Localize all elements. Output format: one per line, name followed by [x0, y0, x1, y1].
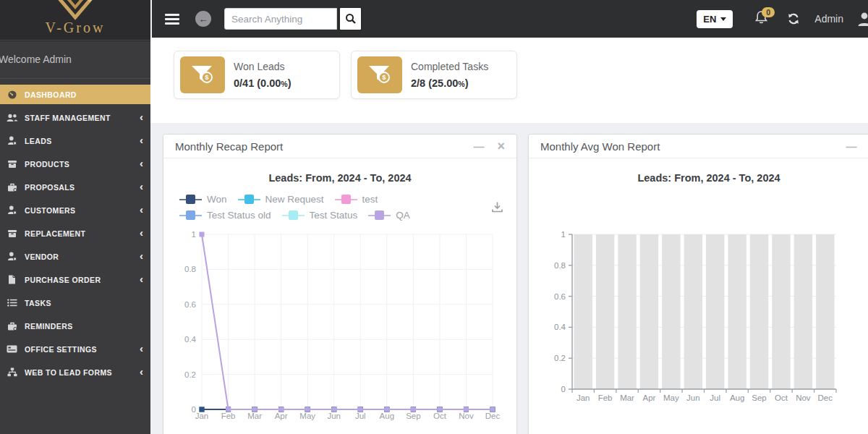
- funnel-dollar-icon: $: [180, 56, 225, 93]
- search-form: [224, 7, 362, 31]
- svg-text:0.8: 0.8: [184, 265, 196, 273]
- svg-text:Jun: Jun: [327, 412, 341, 420]
- sidebar: V-Grow Welcome Admin DASHBOARD ‹ STAFF M…: [0, 0, 150, 434]
- svg-text:0: 0: [561, 385, 566, 393]
- legend-test-status-old[interactable]: Test Status old: [179, 210, 271, 221]
- box-icon: [6, 159, 18, 169]
- sidebar-menu: DASHBOARD ‹ STAFF MANAGEMENT ‹ LEADS ‹ P…: [0, 85, 150, 382]
- sidebar-item-office-settings[interactable]: OFFICE SETTINGS ‹: [0, 339, 150, 359]
- chevron-left-icon: ‹: [140, 227, 143, 238]
- svg-text:Oct: Oct: [775, 393, 788, 402]
- funnel-dollar-icon: $: [357, 56, 402, 93]
- bar-chart: 00.20.40.60.81JanFebMarAprMayJunJulAugSe…: [529, 221, 868, 417]
- logo-v-icon: [44, 0, 106, 22]
- legend-qa[interactable]: QA: [368, 210, 410, 221]
- menu-toggle-icon[interactable]: [165, 12, 179, 27]
- chevron-left-icon: ‹: [140, 343, 143, 354]
- close-icon[interactable]: ×: [497, 140, 505, 153]
- chevron-left-icon: ‹: [140, 204, 143, 215]
- sidebar-item-reminders[interactable]: REMINDERS ‹: [0, 316, 150, 336]
- notifications-button[interactable]: 0: [754, 10, 768, 27]
- chevron-down-icon: [720, 17, 726, 21]
- briefcase-icon: [6, 182, 18, 192]
- legend-new-request[interactable]: New Request: [238, 194, 324, 205]
- svg-text:$: $: [382, 73, 386, 81]
- svg-text:0.8: 0.8: [554, 261, 566, 270]
- monthly-recap-panel: Monthly Recap Report — × Leads: From, 20…: [163, 134, 517, 434]
- completed-tasks-card[interactable]: $ Completed Tasks 2/8 (25.00%): [351, 51, 517, 99]
- card-title: Won Leads: [234, 61, 292, 72]
- gauge-icon: [6, 90, 18, 99]
- chevron-left-icon: ‹: [140, 273, 143, 284]
- chevron-left-icon: ‹: [140, 111, 143, 122]
- back-arrow-icon[interactable]: ←: [195, 11, 211, 27]
- search-input[interactable]: [224, 8, 337, 30]
- won-leads-card[interactable]: $ Won Leads 0/41 (0.00%): [174, 51, 340, 99]
- download-icon[interactable]: [491, 201, 503, 216]
- box-icon: [6, 229, 18, 238]
- svg-text:Jun: Jun: [686, 393, 700, 402]
- user-icon[interactable]: [856, 11, 868, 27]
- card-value: 2/8 (25.00%): [411, 77, 488, 89]
- notification-badge: 0: [762, 7, 775, 17]
- topbar: ← EN 0 Ad: [152, 0, 868, 38]
- sidebar-item-products[interactable]: PRODUCTS ‹: [0, 154, 150, 174]
- sidebar-item-replacement[interactable]: REPLACEMENT ‹: [0, 224, 150, 243]
- chevron-left-icon: ‹: [140, 158, 143, 169]
- chart-title: Leads: From, 2024 - To, 2024: [529, 172, 868, 184]
- monthly-avg-won-panel: Monthly Avg Won Report — × Leads: From, …: [528, 134, 868, 434]
- sidebar-item-vendor[interactable]: VENDOR ‹: [0, 247, 150, 266]
- briefcase-icon: [6, 321, 18, 331]
- svg-text:Nov: Nov: [796, 393, 811, 402]
- svg-text:Jan: Jan: [195, 412, 209, 420]
- svg-text:Sep: Sep: [406, 412, 420, 420]
- svg-text:May: May: [299, 412, 315, 420]
- sidebar-item-customers[interactable]: CUSTOMERS ‹: [0, 200, 150, 220]
- svg-text:Jul: Jul: [355, 412, 366, 420]
- svg-text:0.4: 0.4: [184, 335, 197, 344]
- sidebar-item-tasks[interactable]: TASKS ‹: [0, 293, 150, 312]
- svg-text:Sep: Sep: [752, 393, 766, 402]
- person-icon: [6, 252, 18, 261]
- card-title: Completed Tasks: [411, 61, 488, 72]
- chart-title: Leads: From, 2024 - To, 2024: [163, 172, 516, 184]
- search-icon: [345, 13, 357, 25]
- svg-text:Apr: Apr: [275, 412, 288, 420]
- legend-won[interactable]: Won: [179, 194, 227, 205]
- svg-text:0.6: 0.6: [184, 300, 196, 309]
- svg-text:0.6: 0.6: [554, 292, 566, 301]
- svg-text:Jul: Jul: [710, 393, 720, 402]
- legend-test[interactable]: test: [335, 194, 378, 205]
- refresh-icon: [787, 12, 800, 25]
- language-select[interactable]: EN: [697, 10, 733, 28]
- chevron-left-icon: ‹: [140, 181, 143, 192]
- topbar-right: EN 0 Admin: [697, 10, 862, 28]
- sitemap-icon: [6, 367, 18, 377]
- admin-user-menu[interactable]: Admin: [814, 13, 843, 25]
- panel-title: Monthly Avg Won Report: [540, 140, 846, 153]
- sidebar-item-staff-management[interactable]: STAFF MANAGEMENT ‹: [0, 108, 150, 127]
- svg-text:Dec: Dec: [485, 412, 501, 420]
- chevron-left-icon: ‹: [140, 135, 143, 145]
- svg-text:Mar: Mar: [247, 412, 262, 420]
- sidebar-item-web-to-lead-forms[interactable]: WEB TO LEAD FORMS ‹: [0, 362, 150, 382]
- minimize-icon[interactable]: —: [473, 140, 484, 153]
- svg-text:$: $: [205, 73, 209, 81]
- app-logo[interactable]: V-Grow: [0, 0, 150, 41]
- sidebar-item-proposals[interactable]: PROPOSALS ‹: [0, 177, 150, 197]
- chevron-left-icon: ‹: [140, 366, 143, 377]
- sidebar-item-dashboard[interactable]: DASHBOARD ‹: [0, 85, 150, 104]
- stat-cards-section: $ Won Leads 0/41 (0.00%) $ Completed Tas…: [150, 38, 868, 123]
- chevron-left-icon: ‹: [140, 250, 143, 261]
- list-icon: [6, 298, 18, 307]
- sidebar-item-leads[interactable]: LEADS ‹: [0, 131, 150, 150]
- legend-test-status[interactable]: Test Status: [282, 210, 358, 221]
- users-icon: [6, 113, 18, 122]
- svg-text:Mar: Mar: [620, 393, 634, 402]
- svg-text:Nov: Nov: [459, 412, 474, 420]
- search-button[interactable]: [339, 7, 362, 31]
- sidebar-item-purchase-order[interactable]: PURCHASE ORDER ‹: [0, 270, 150, 289]
- refresh-button[interactable]: [787, 12, 800, 25]
- minimize-icon[interactable]: —: [846, 140, 856, 153]
- svg-text:Apr: Apr: [643, 393, 656, 402]
